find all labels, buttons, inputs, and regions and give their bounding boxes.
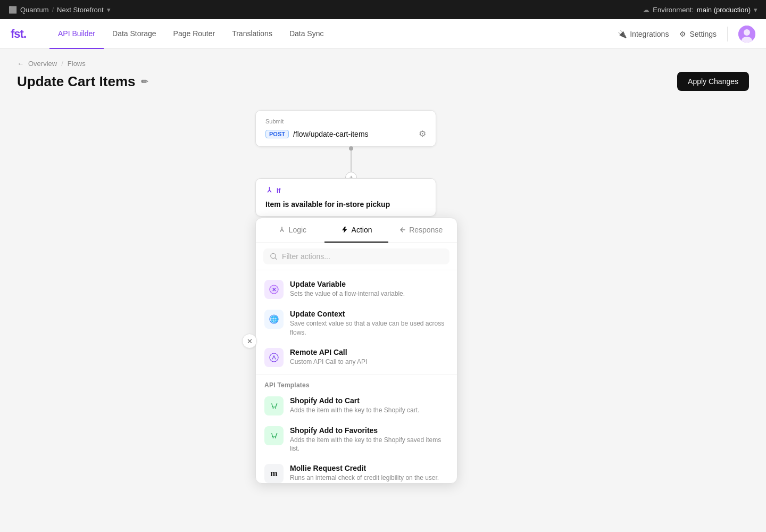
svg-point-8	[270, 353, 278, 362]
update-context-desc: Save context value so that a value can b…	[290, 319, 448, 337]
svg-rect-13	[269, 430, 279, 441]
mollie-desc: Runs an internal check of credit legibil…	[290, 473, 439, 483]
remote-api-info: Remote API Call Custom API Call to any A…	[290, 348, 367, 367]
top-bar-left: ⬜ Quantum / Next Storefront ▾	[9, 6, 111, 14]
shopify-add-cart-info: Shopify Add to Cart Adds the item with t…	[290, 396, 419, 415]
flow-canvas: Submit POST /flow/update-cart-items ⚙ +	[0, 99, 766, 529]
shopify-add-cart-desc: Adds the item with the key to the Shopif…	[290, 406, 419, 415]
page-title: Update Cart Items ✏	[17, 73, 148, 90]
breadcrumb-overview[interactable]: Overview	[28, 60, 57, 68]
page-title-text: Update Cart Items	[17, 73, 136, 90]
if-node: If Item is available for in-store pickup	[255, 178, 436, 217]
tab-page-router[interactable]: Page Router	[165, 19, 224, 49]
window-icon: ⬜	[9, 6, 17, 14]
breadcrumb-flows[interactable]: Flows	[68, 60, 86, 68]
response-icon	[398, 226, 406, 234]
nav-bar: fst. API Builder Data Storage Page Route…	[0, 19, 766, 49]
svg-text:✕: ✕	[272, 287, 276, 293]
search-bar	[256, 243, 457, 270]
app-name: Quantum	[20, 6, 48, 14]
connector-line-1	[351, 151, 352, 172]
svg-point-12	[275, 408, 276, 409]
svg-point-15	[275, 437, 276, 438]
logo[interactable]: fst.	[11, 27, 26, 41]
update-variable-info: Update Variable Sets the value of a flow…	[290, 280, 405, 298]
tab-data-storage[interactable]: Data Storage	[104, 19, 165, 49]
page-header: ← Overview / Flows Update Cart Items ✏ A…	[0, 49, 766, 99]
action-remote-api-call[interactable]: Remote API Call Custom API Call to any A…	[256, 343, 457, 372]
top-separator: /	[52, 6, 54, 14]
settings-button[interactable]: ⚙ Settings	[679, 30, 717, 38]
action-update-variable[interactable]: ✕ Update Variable Sets the value of a fl…	[256, 275, 457, 304]
submit-path: /flow/update-cart-items	[293, 130, 369, 138]
action-mollie-request-credit[interactable]: m Mollie Request Credit Runs an internal…	[256, 459, 457, 483]
gear-icon: ⚙	[679, 30, 686, 38]
response-label: Response	[409, 226, 443, 234]
update-context-title: Update Context	[290, 310, 448, 318]
shopify-cart-icon	[264, 396, 284, 415]
submit-label: Submit	[265, 118, 426, 124]
logic-label: Logic	[289, 226, 306, 234]
avatar[interactable]	[738, 26, 755, 43]
action-icon	[341, 226, 348, 234]
avatar-img	[738, 26, 755, 43]
action-panel: Logic Action Response	[255, 218, 457, 484]
integrations-button[interactable]: 🔌 Integrations	[618, 30, 669, 38]
remote-api-title: Remote API Call	[290, 348, 367, 356]
env-chevron: ▾	[754, 6, 757, 14]
if-condition: Item is available for in-store pickup	[265, 200, 426, 209]
cloud-icon: ☁	[643, 6, 650, 14]
mollie-title: Mollie Request Credit	[290, 464, 439, 472]
post-badge: POST	[265, 130, 289, 138]
top-chevron: ▾	[107, 6, 111, 14]
update-context-info: Update Context Save context value so tha…	[290, 310, 448, 337]
action-shopify-add-favorites[interactable]: Shopify Add to Favorites Adds the item w…	[256, 421, 457, 459]
mollie-icon: m	[264, 464, 284, 483]
tab-logic[interactable]: Logic	[260, 218, 324, 243]
if-label: If	[277, 187, 280, 195]
back-icon[interactable]: ←	[17, 60, 24, 68]
project-name: Next Storefront	[57, 6, 103, 14]
api-templates-section-label: API Templates	[256, 377, 457, 391]
tab-action[interactable]: Action	[324, 218, 389, 243]
submit-node: Submit POST /flow/update-cart-items ⚙	[255, 110, 436, 147]
logo-text: fst.	[11, 27, 26, 41]
nav-tabs: API Builder Data Storage Page Router Tra…	[49, 19, 601, 49]
nav-right: 🔌 Integrations ⚙ Settings	[618, 26, 755, 43]
connector-dot-top	[349, 146, 353, 151]
tab-data-sync[interactable]: Data Sync	[281, 19, 332, 49]
action-shopify-add-cart[interactable]: Shopify Add to Cart Adds the item with t…	[256, 391, 457, 421]
search-input[interactable]	[282, 252, 443, 261]
tab-api-builder[interactable]: API Builder	[49, 19, 104, 49]
shopify-add-favorites-desc: Adds the item with the key to the Shopif…	[290, 436, 448, 454]
panel-tabs: Logic Action Response	[256, 218, 457, 243]
shopify-add-favorites-title: Shopify Add to Favorites	[290, 426, 448, 435]
tab-translations[interactable]: Translations	[223, 19, 281, 49]
search-wrap	[263, 248, 449, 264]
close-panel-button[interactable]: ✕	[242, 334, 257, 348]
shopify-add-favorites-info: Shopify Add to Favorites Adds the item w…	[290, 426, 448, 454]
svg-point-14	[273, 437, 274, 438]
edit-icon[interactable]: ✏	[141, 77, 148, 87]
remote-api-icon	[264, 348, 284, 367]
settings-label: Settings	[689, 30, 717, 38]
action-list: ✕ Update Variable Sets the value of a fl…	[256, 270, 457, 483]
shopify-add-cart-title: Shopify Add to Cart	[290, 396, 419, 405]
tab-response[interactable]: Response	[388, 218, 453, 243]
svg-point-9	[273, 355, 274, 356]
env-label: Environment:	[653, 6, 694, 14]
apply-changes-button[interactable]: Apply Changes	[677, 72, 749, 91]
action-label: Action	[352, 226, 372, 234]
settings-icon[interactable]: ⚙	[419, 129, 426, 139]
action-update-context[interactable]: 🌐 Update Context Save context value so t…	[256, 304, 457, 343]
search-icon	[270, 252, 278, 261]
shopify-favorites-icon	[264, 426, 284, 445]
update-context-icon: 🌐	[264, 310, 284, 329]
svg-point-1	[744, 29, 750, 36]
env-value: main (production)	[697, 6, 751, 14]
content-area: ← Overview / Flows Update Cart Items ✏ A…	[0, 49, 766, 532]
section-divider	[256, 375, 457, 375]
breadcrumb-sep: /	[61, 60, 63, 68]
svg-rect-10	[269, 401, 279, 411]
top-bar-right: ☁ Environment: main (production) ▾	[643, 6, 757, 14]
